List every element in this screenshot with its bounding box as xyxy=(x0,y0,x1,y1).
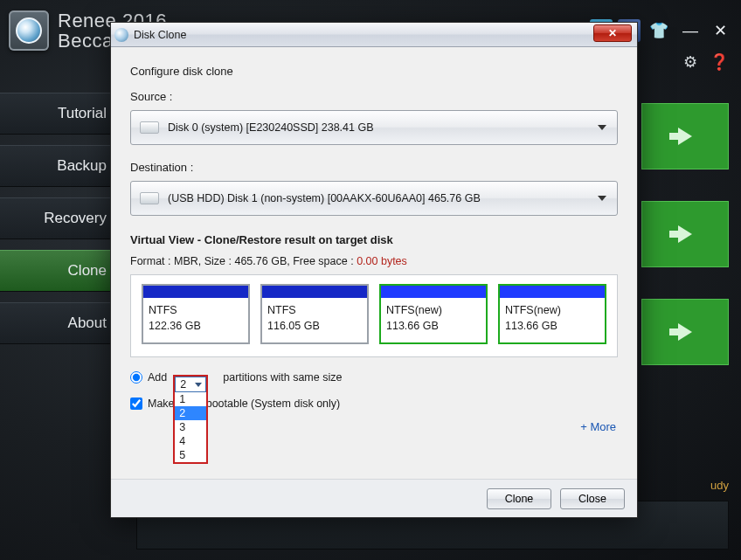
partition-count-dropdown[interactable]: 2 1 2 3 4 5 xyxy=(173,375,208,464)
disk-clone-dialog: Disk Clone ✕ Configure disk clone Source… xyxy=(110,22,638,518)
app-logo-icon xyxy=(9,10,49,51)
partition-bar xyxy=(381,286,486,298)
sidebar-item-clone[interactable]: Clone xyxy=(0,250,126,292)
dialog-close-button[interactable]: ✕ xyxy=(593,24,632,42)
arrow-right-icon xyxy=(678,225,692,243)
action-card[interactable] xyxy=(641,201,729,267)
partition-fs: NTFS xyxy=(149,303,243,319)
arrow-right-icon xyxy=(678,323,692,341)
source-label: Source : xyxy=(130,90,621,103)
disk-icon xyxy=(140,192,159,204)
partition-size: 113.66 GB xyxy=(386,319,481,335)
sidebar: Tutorial Backup Recovery Clone About xyxy=(0,93,126,355)
action-card[interactable] xyxy=(641,299,729,365)
chevron-down-icon xyxy=(598,196,606,201)
add-partitions-row: Add 2 1 2 3 4 5 partitions with same siz… xyxy=(130,371,618,384)
dialog-body: Configure disk clone Source : Disk 0 (sy… xyxy=(111,47,637,479)
sidebar-item-tutorial[interactable]: Tutorial xyxy=(0,93,126,135)
dialog-title: Disk Clone xyxy=(134,29,186,41)
action-card[interactable] xyxy=(641,103,729,169)
bootable-checkbox[interactable] xyxy=(130,398,142,410)
help-icon[interactable]: ❓ xyxy=(710,52,729,72)
partition-block[interactable]: NTFS116.05 GB xyxy=(260,284,369,344)
dropdown-option[interactable]: 5 xyxy=(175,448,206,462)
partition-bar xyxy=(262,286,367,298)
format-line: Format : MBR, Size : 465.76 GB, Free spa… xyxy=(130,255,618,267)
source-select[interactable]: Disk 0 (system) [E230240SSD] 238.41 GB xyxy=(130,110,618,145)
clone-button[interactable]: Clone xyxy=(487,488,551,509)
add-partitions-radio[interactable] xyxy=(130,371,142,384)
destination-select[interactable]: (USB HDD) Disk 1 (non-system) [00AAKX-60… xyxy=(130,181,618,216)
sidebar-item-label: About xyxy=(68,315,107,332)
app-close-button[interactable]: ✕ xyxy=(709,21,732,40)
dialog-icon xyxy=(114,28,128,42)
partition-fs: NTFS(new) xyxy=(386,303,481,319)
add-suffix: partitions with same size xyxy=(223,371,342,384)
destination-label: Destination : xyxy=(130,161,621,174)
sidebar-item-backup[interactable]: Backup xyxy=(0,145,126,187)
partition-view: NTFS122.36 GBNTFS116.05 GBNTFS(new)113.6… xyxy=(130,274,618,357)
action-cards xyxy=(641,103,729,365)
sidebar-item-about[interactable]: About xyxy=(0,302,126,344)
source-value: Disk 0 (system) [E230240SSD] 238.41 GB xyxy=(168,121,374,134)
partition-size: 116.05 GB xyxy=(267,319,362,335)
partition-block[interactable]: NTFS(new)113.66 GB xyxy=(498,284,606,344)
sidebar-item-label: Backup xyxy=(57,157,107,175)
dialog-titlebar[interactable]: Disk Clone ✕ xyxy=(111,23,637,47)
dropdown-option[interactable]: 4 xyxy=(175,434,206,448)
virtual-view-heading: Virtual View - Clone/Restore result on t… xyxy=(130,233,618,246)
skin-icon[interactable]: 👕 xyxy=(646,21,672,40)
configure-label: Configure disk clone xyxy=(130,65,621,78)
format-text: Format : MBR, Size : 465.76 GB, Free spa… xyxy=(130,255,357,267)
chevron-down-icon xyxy=(598,125,606,130)
close-button[interactable]: Close xyxy=(560,488,625,509)
arrow-right-icon xyxy=(678,128,692,145)
sidebar-item-label: Recovery xyxy=(44,210,107,227)
partition-fs: NTFS xyxy=(267,303,362,319)
dialog-footer: Clone Close xyxy=(111,479,637,517)
dropdown-option[interactable]: 2 xyxy=(175,406,206,420)
sidebar-item-recovery[interactable]: Recovery xyxy=(0,197,126,239)
minimize-button[interactable]: — xyxy=(677,22,703,40)
dropdown-option[interactable]: 3 xyxy=(175,420,206,434)
partition-block[interactable]: NTFS122.36 GB xyxy=(142,284,250,344)
add-prefix: Add xyxy=(148,371,167,384)
partition-fs: NTFS(new) xyxy=(505,303,599,319)
partition-block[interactable]: NTFS(new)113.66 GB xyxy=(379,284,488,344)
partition-bar xyxy=(143,286,248,298)
dropdown-option[interactable]: 1 xyxy=(175,392,206,406)
partition-size: 122.36 GB xyxy=(149,319,243,335)
free-space-value: 0.00 bytes xyxy=(357,255,407,267)
disk-icon xyxy=(140,121,159,134)
case-study-link[interactable]: udy xyxy=(710,479,729,492)
partition-bar xyxy=(500,286,605,298)
sidebar-item-label: Tutorial xyxy=(58,105,107,122)
app-window: Renee 2016 Becca... t f 👕 — ✕ ⚙ ❓ Tutori… xyxy=(0,0,741,560)
dropdown-selected[interactable]: 2 xyxy=(175,377,206,392)
partition-size: 113.66 GB xyxy=(505,319,599,335)
sidebar-item-label: Clone xyxy=(68,262,107,280)
destination-value: (USB HDD) Disk 1 (non-system) [00AAKX-60… xyxy=(168,192,481,204)
settings-gear-icon[interactable]: ⚙ xyxy=(683,52,697,72)
